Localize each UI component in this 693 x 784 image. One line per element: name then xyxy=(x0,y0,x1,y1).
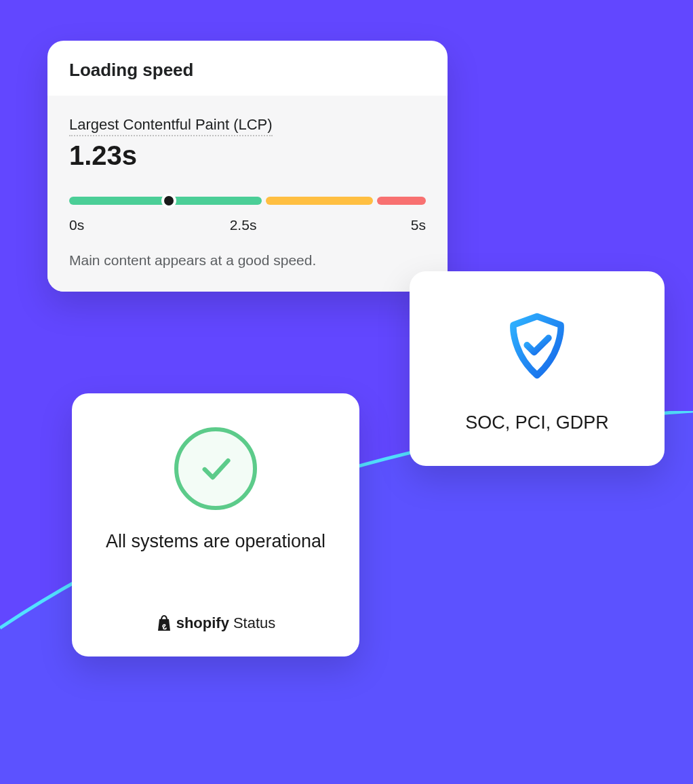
speed-segment-poor xyxy=(377,197,426,205)
brand-name: shopify xyxy=(176,614,229,632)
lcp-metric-label: Largest Contentful Paint (LCP) xyxy=(69,116,273,136)
loading-speed-body: Largest Contentful Paint (LCP) 1.23s 0s … xyxy=(47,96,448,292)
lcp-metric-value: 1.23s xyxy=(69,140,426,171)
status-brand-row: shopify Status xyxy=(92,614,339,632)
speed-marker xyxy=(161,193,176,208)
scale-max-label: 5s xyxy=(411,217,426,233)
status-check-circle xyxy=(174,427,257,510)
scale-min-label: 0s xyxy=(69,217,84,233)
brand-suffix: Status xyxy=(233,614,275,632)
shield-check-icon xyxy=(501,311,573,383)
compliance-card: SOC, PCI, GDPR xyxy=(410,271,665,466)
loading-speed-header: Loading speed xyxy=(47,41,448,96)
loading-speed-card: Loading speed Largest Contentful Paint (… xyxy=(47,41,448,292)
status-message: All systems are operational xyxy=(92,529,339,553)
speed-segment-medium xyxy=(266,197,373,205)
speed-description: Main content appears at a good speed. xyxy=(69,252,426,269)
shopify-bag-icon xyxy=(156,614,172,632)
checkmark-icon xyxy=(197,450,234,487)
speed-indicator-bar xyxy=(69,197,426,205)
compliance-label: SOC, PCI, GDPR xyxy=(430,412,644,433)
scale-mid-label: 2.5s xyxy=(230,217,257,233)
speed-scale: 0s 2.5s 5s xyxy=(69,217,426,233)
card-title: Loading speed xyxy=(69,60,426,81)
status-card: All systems are operational shopify Stat… xyxy=(72,393,359,656)
